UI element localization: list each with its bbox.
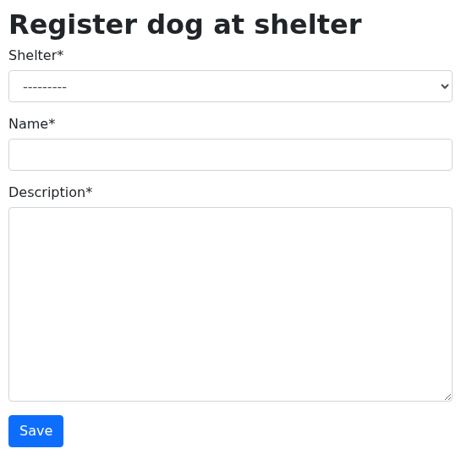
description-textarea[interactable]: [8, 207, 453, 402]
shelter-field-group: Shelter* ---------: [8, 47, 453, 102]
register-dog-form: Shelter* --------- Name* Description* Sa…: [8, 47, 453, 447]
name-label: Name*: [8, 116, 55, 132]
save-button[interactable]: Save: [8, 415, 63, 447]
name-field-group: Name*: [8, 116, 453, 171]
page-title: Register dog at shelter: [8, 8, 453, 41]
shelter-label: Shelter*: [8, 47, 63, 63]
name-input[interactable]: [8, 139, 453, 171]
description-field-group: Description*: [8, 184, 453, 402]
shelter-select[interactable]: ---------: [8, 70, 453, 102]
description-label: Description*: [8, 184, 92, 200]
